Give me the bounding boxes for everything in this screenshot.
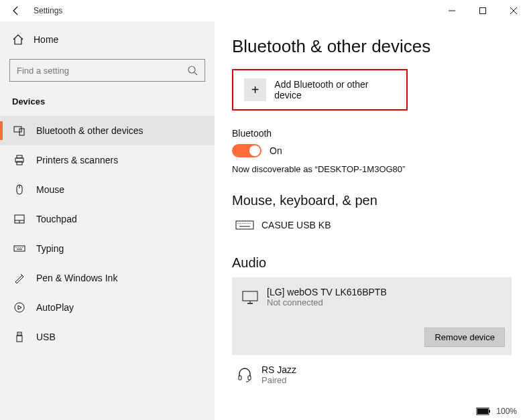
device-row-headset[interactable]: RS Jazz Paired (232, 360, 512, 389)
svg-rect-40 (489, 410, 490, 413)
svg-rect-4 (14, 127, 21, 132)
audio-heading: Audio (232, 255, 512, 271)
pen-icon (12, 272, 27, 284)
device-status: Paired (261, 375, 296, 385)
minimize-button[interactable] (436, 0, 467, 21)
home-label: Home (34, 34, 58, 45)
category-title: Devices (0, 94, 215, 116)
sidebar-item-label: Touchpad (36, 214, 77, 224)
sidebar-item-typing[interactable]: Typing (0, 234, 215, 263)
mouse-keyboard-heading: Mouse, keyboard, & pen (232, 193, 512, 208)
search-box[interactable] (9, 59, 205, 82)
plus-icon: + (244, 78, 266, 101)
device-row-tv[interactable]: [LG] webOS TV LK616BPTB Not connected Re… (232, 277, 512, 355)
svg-point-20 (15, 303, 24, 312)
sidebar-item-label: Printers & scanners (36, 155, 118, 165)
window-title: Settings (34, 6, 62, 15)
sidebar-item-usb[interactable]: USB (0, 322, 215, 352)
sidebar-item-touchpad[interactable]: Touchpad (0, 204, 215, 234)
add-device-button[interactable]: + Add Bluetooth or other device (232, 69, 408, 111)
home-icon (12, 33, 24, 46)
battery-icon (476, 407, 491, 415)
svg-rect-7 (17, 155, 22, 158)
search-icon (187, 65, 198, 76)
svg-rect-41 (477, 409, 488, 414)
battery-percent: 100% (496, 407, 517, 416)
keyboard-device-icon (233, 219, 256, 231)
maximize-button[interactable] (467, 0, 498, 21)
sidebar-item-printers[interactable]: Printers & scanners (0, 145, 215, 175)
sidebar-item-label: Bluetooth & other devices (36, 125, 143, 136)
svg-rect-25 (236, 221, 253, 229)
keyboard-icon (12, 242, 27, 255)
svg-rect-22 (17, 336, 22, 342)
add-device-label: Add Bluetooth or other device (274, 79, 396, 100)
sidebar-item-label: Mouse (36, 184, 64, 195)
sidebar-item-pen[interactable]: Pen & Windows Ink (0, 263, 215, 293)
remove-device-button[interactable]: Remove device (424, 328, 505, 347)
search-input[interactable] (17, 66, 187, 76)
back-button[interactable] (7, 5, 25, 16)
discoverable-text: Now discoverable as “DESKTOP-1M3OG80” (232, 164, 512, 174)
svg-rect-1 (480, 8, 486, 14)
device-name: CASUE USB KB (261, 220, 331, 230)
bluetooth-toggle[interactable] (232, 144, 261, 157)
mouse-icon (12, 184, 27, 196)
sidebar-item-label: AutoPlay (36, 302, 74, 313)
svg-point-2 (188, 66, 195, 73)
sidebar-item-mouse[interactable]: Mouse (0, 175, 215, 204)
device-row-keyboard[interactable]: CASUE USB KB (232, 215, 512, 235)
svg-rect-14 (14, 246, 25, 251)
monitor-icon (239, 290, 261, 305)
sidebar-item-autoplay[interactable]: AutoPlay (0, 293, 215, 322)
close-button[interactable] (498, 0, 529, 21)
autoplay-icon (12, 301, 27, 313)
printer-icon (12, 154, 27, 166)
svg-rect-34 (243, 291, 257, 301)
device-status: Not connected (267, 297, 387, 307)
touchpad-icon (12, 213, 27, 225)
sidebar-item-bluetooth[interactable]: Bluetooth & other devices (0, 116, 215, 145)
svg-rect-21 (17, 332, 21, 336)
bluetooth-state: On (270, 145, 282, 156)
usb-icon (12, 331, 27, 343)
device-name: RS Jazz (261, 364, 296, 375)
page-title: Bluetooth & other devices (232, 36, 512, 57)
main-content: Bluetooth & other devices + Add Bluetoot… (215, 21, 529, 420)
sidebar-item-label: Typing (36, 243, 64, 254)
bluetooth-label: Bluetooth (232, 128, 512, 139)
home-link[interactable]: Home (0, 27, 215, 52)
devices-icon (12, 125, 27, 137)
device-name: [LG] webOS TV LK616BPTB (267, 287, 387, 297)
sidebar: Home Devices Bluetooth & other devices P… (0, 21, 215, 420)
headset-icon (233, 367, 256, 383)
sidebar-item-label: Pen & Windows Ink (36, 273, 117, 283)
svg-line-3 (194, 72, 197, 75)
system-tray: 100% (476, 407, 517, 416)
sidebar-item-label: USB (36, 332, 56, 342)
